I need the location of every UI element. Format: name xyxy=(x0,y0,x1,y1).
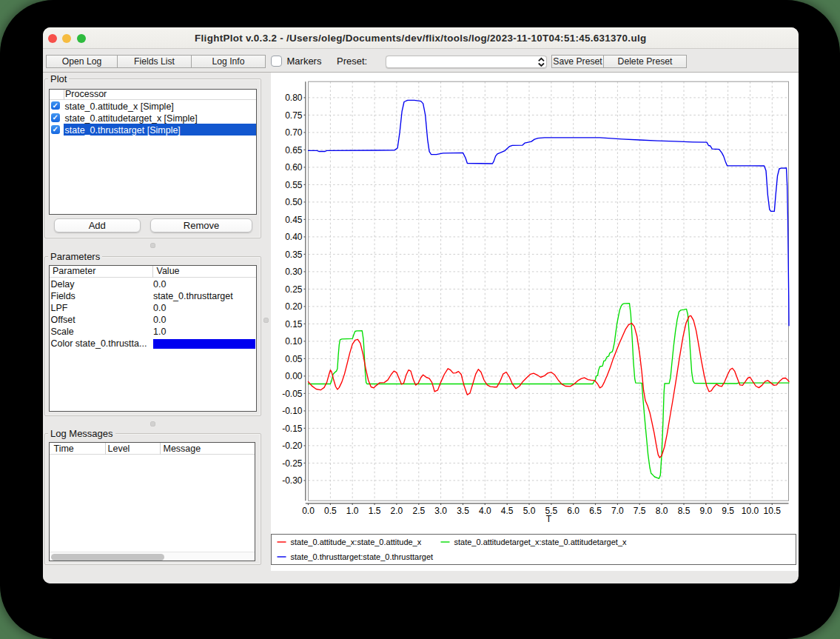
svg-text:-0.05: -0.05 xyxy=(282,389,303,399)
svg-text:3.5: 3.5 xyxy=(457,506,469,516)
svg-text:state_0.thrusttarget:state_0.t: state_0.thrusttarget:state_0.thrusttarge… xyxy=(291,552,434,561)
svg-text:0.15: 0.15 xyxy=(285,319,303,329)
svg-text:0.60: 0.60 xyxy=(285,162,303,173)
svg-text:6.5: 6.5 xyxy=(589,506,602,516)
svg-text:0.40: 0.40 xyxy=(285,232,303,242)
svg-text:T: T xyxy=(545,514,551,524)
svg-text:0.35: 0.35 xyxy=(285,250,303,260)
svg-text:7.0: 7.0 xyxy=(611,506,624,516)
svg-text:state_0.attitudetarget_x:state: state_0.attitudetarget_x:state_0.attitud… xyxy=(454,537,627,546)
svg-text:0.05: 0.05 xyxy=(285,354,303,364)
svg-text:0.00: 0.00 xyxy=(285,371,303,381)
svg-text:0.50: 0.50 xyxy=(285,197,303,207)
svg-text:0.25: 0.25 xyxy=(285,284,303,295)
svg-text:0.5: 0.5 xyxy=(324,506,337,516)
svg-text:0.45: 0.45 xyxy=(285,215,303,225)
svg-text:state_0.attitude_x:state_0.att: state_0.attitude_x:state_0.attitude_x xyxy=(291,537,422,546)
svg-text:9.5: 9.5 xyxy=(722,506,734,516)
svg-text:5.0: 5.0 xyxy=(523,506,535,516)
svg-text:-0.15: -0.15 xyxy=(282,424,303,434)
svg-text:2.5: 2.5 xyxy=(412,506,425,516)
svg-text:10.5: 10.5 xyxy=(763,506,781,516)
svg-text:8.5: 8.5 xyxy=(677,506,690,516)
svg-text:1.0: 1.0 xyxy=(346,506,358,516)
svg-text:-0.30: -0.30 xyxy=(282,475,303,486)
svg-text:2.0: 2.0 xyxy=(390,506,403,516)
svg-text:-0.25: -0.25 xyxy=(282,458,303,469)
svg-text:9.0: 9.0 xyxy=(699,506,712,516)
svg-text:0.80: 0.80 xyxy=(285,93,303,103)
svg-text:10.0: 10.0 xyxy=(741,506,759,516)
svg-text:-0.20: -0.20 xyxy=(282,441,303,451)
svg-text:4.0: 4.0 xyxy=(478,506,491,516)
svg-text:1.5: 1.5 xyxy=(368,506,380,516)
svg-text:6.0: 6.0 xyxy=(567,506,579,516)
svg-text:0.55: 0.55 xyxy=(285,180,303,190)
svg-text:0.0: 0.0 xyxy=(302,506,315,516)
svg-text:-0.10: -0.10 xyxy=(282,406,303,416)
svg-text:0.30: 0.30 xyxy=(285,267,303,277)
svg-text:0.75: 0.75 xyxy=(285,110,303,121)
svg-text:8.0: 8.0 xyxy=(655,506,668,516)
svg-text:0.70: 0.70 xyxy=(285,127,303,138)
svg-text:0.65: 0.65 xyxy=(285,145,303,155)
svg-text:0.10: 0.10 xyxy=(285,336,303,347)
svg-text:0.20: 0.20 xyxy=(285,301,303,312)
svg-text:4.5: 4.5 xyxy=(500,506,513,516)
svg-text:7.5: 7.5 xyxy=(633,506,645,516)
svg-text:3.0: 3.0 xyxy=(434,506,447,516)
